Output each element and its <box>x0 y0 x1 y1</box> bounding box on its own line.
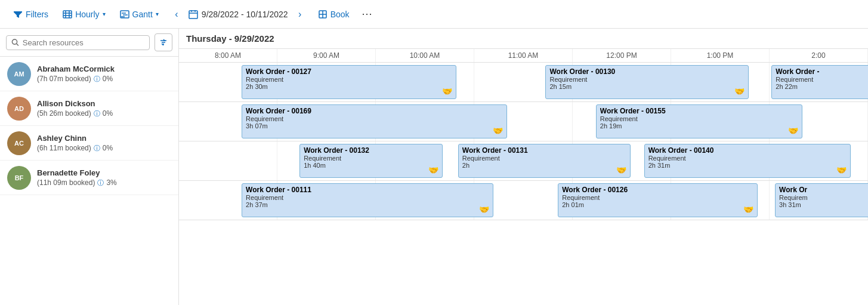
svg-rect-9 <box>189 11 197 19</box>
calendar-icon <box>189 10 198 19</box>
wo-sub-wo_cut2: Requirem <box>779 194 868 201</box>
right-panel: Thursday - 9/29/2022 8:00 AM9:00 AM10:00… <box>179 29 868 305</box>
wo-sub-wo130: Requirement <box>549 76 745 83</box>
wo-sub-wo126: Requirement <box>562 194 753 201</box>
schedule-row-bernadette: Work Order - 00111 Requirement 2h 37m 🤝 … <box>179 181 868 220</box>
wo-title-wo111: Work Order - 00111 <box>246 186 489 194</box>
next-button[interactable]: › <box>291 5 310 24</box>
wo-duration-wo132: 1h 40m <box>304 162 438 169</box>
book-button[interactable]: Book <box>312 7 356 22</box>
book-icon <box>318 10 328 19</box>
wo-sub-wo140: Requirement <box>648 155 847 162</box>
left-panel: AM Abraham McCormick (7h 07m booked) ⓘ 0… <box>0 29 179 305</box>
wo-title-wo130: Work Order - 00130 <box>549 67 745 76</box>
resource-item-allison[interactable]: AD Allison Dickson (5h 26m booked) ⓘ 0% <box>0 91 178 126</box>
wo-sub-wo_cut1: Requirement <box>776 76 868 83</box>
resource-name-allison: Allison Dickson <box>37 99 171 108</box>
wo-title-wo127: Work Order - 00127 <box>246 67 452 76</box>
work-order-wo132[interactable]: Work Order - 00132 Requirement 1h 40m 🤝 <box>299 144 443 178</box>
work-order-wo155[interactable]: Work Order - 00155 Requirement 2h 19m 🤝 <box>596 104 803 138</box>
handshake-icon-wo130: 🤝 <box>734 87 745 96</box>
info-icon: ⓘ <box>94 144 100 153</box>
wo-duration-wo_cut1: 2h 22m <box>776 83 868 90</box>
work-order-wo_cut1[interactable]: Work Order - Requirement 2h 22m 🤝 <box>771 65 868 99</box>
resource-meta-allison: (5h 26m booked) ⓘ 0% <box>37 109 171 118</box>
schedule-cells-bernadette: Work Order - 00111 Requirement 2h 37m 🤝 … <box>179 181 868 220</box>
book-label: Book <box>330 10 350 19</box>
gantt-label: Gantt <box>132 10 153 19</box>
gantt-chevron: ▾ <box>156 11 159 17</box>
hourly-icon <box>63 10 72 19</box>
schedule-cells-ashley: Work Order - 00132 Requirement 1h 40m 🤝 … <box>179 141 868 180</box>
work-order-wo_cut2[interactable]: Work Or Requirem 3h 31m 🤝 <box>775 183 868 217</box>
resource-item-abraham[interactable]: AM Abraham McCormick (7h 07m booked) ⓘ 0… <box>0 57 178 91</box>
handshake-icon-wo140: 🤝 <box>836 165 847 175</box>
info-icon: ⓘ <box>97 178 104 187</box>
wo-duration-wo131: 2h <box>462 162 626 169</box>
handshake-icon-wo132: 🤝 <box>428 165 438 175</box>
sort-icon <box>159 38 168 47</box>
handshake-icon-wo127: 🤝 <box>442 87 452 96</box>
wo-duration-wo111: 2h 37m <box>246 201 489 208</box>
search-input[interactable] <box>23 38 144 47</box>
info-icon: ⓘ <box>94 109 100 118</box>
work-order-wo111[interactable]: Work Order - 00111 Requirement 2h 37m 🤝 <box>242 183 493 217</box>
handshake-icon-wo111: 🤝 <box>479 205 489 214</box>
wo-sub-wo131: Requirement <box>462 155 626 162</box>
resource-item-bernadette[interactable]: BF Bernadette Foley (11h 09m booked) ⓘ 3… <box>0 161 178 195</box>
date-range-text: 9/28/2022 - 10/11/2022 <box>202 10 288 19</box>
prev-button[interactable]: ‹ <box>167 5 186 24</box>
work-order-wo131[interactable]: Work Order - 00131 Requirement 2h 🤝 <box>458 144 631 178</box>
sort-button[interactable] <box>155 33 172 51</box>
avatar-abraham: AM <box>7 62 31 86</box>
search-icon <box>11 38 19 47</box>
wo-title-wo169: Work Order - 00169 <box>246 107 503 115</box>
wo-duration-wo130: 2h 15m <box>549 83 745 90</box>
svg-rect-0 <box>63 11 72 18</box>
handshake-icon-wo155: 🤝 <box>788 126 798 135</box>
work-order-wo130[interactable]: Work Order - 00130 Requirement 2h 15m 🤝 <box>545 65 749 99</box>
handshake-icon-wo169: 🤝 <box>493 126 503 135</box>
filters-button[interactable]: Filters <box>7 7 54 22</box>
wo-sub-wo132: Requirement <box>304 155 438 162</box>
time-slot-1: 9:00 AM <box>277 49 376 62</box>
more-button[interactable]: ··· <box>358 5 377 24</box>
wo-title-wo131: Work Order - 00131 <box>462 146 626 155</box>
info-icon: ⓘ <box>94 75 100 84</box>
wo-title-wo155: Work Order - 00155 <box>600 107 799 115</box>
wo-sub-wo169: Requirement <box>246 115 503 122</box>
resource-meta-ashley: (6h 11m booked) ⓘ 0% <box>37 144 171 153</box>
wo-duration-wo169: 3h 07m <box>246 122 503 130</box>
schedule-row-abraham: Work Order - 00127 Requirement 2h 30m 🤝 … <box>179 63 868 102</box>
resource-meta-bernadette: (11h 09m booked) ⓘ 3% <box>37 178 171 187</box>
resource-name-bernadette: Bernadette Foley <box>37 168 171 177</box>
search-input-wrap[interactable] <box>6 35 150 50</box>
time-slot-3: 11:00 AM <box>474 49 573 62</box>
handshake-icon-wo126: 🤝 <box>743 205 753 214</box>
resource-info-abraham: Abraham McCormick (7h 07m booked) ⓘ 0% <box>37 64 171 84</box>
wo-sub-wo127: Requirement <box>246 76 452 83</box>
gantt-icon <box>120 10 129 19</box>
resource-name-abraham: Abraham McCormick <box>37 64 171 73</box>
work-order-wo169[interactable]: Work Order - 00169 Requirement 3h 07m 🤝 <box>242 104 507 138</box>
avatar-bernadette: BF <box>7 166 31 190</box>
resource-list: AM Abraham McCormick (7h 07m booked) ⓘ 0… <box>0 57 178 305</box>
resource-info-bernadette: Bernadette Foley (11h 09m booked) ⓘ 3% <box>37 168 171 187</box>
time-slot-0: 8:00 AM <box>179 49 277 62</box>
wo-duration-wo_cut2: 3h 31m <box>779 201 868 208</box>
work-order-wo140[interactable]: Work Order - 00140 Requirement 2h 31m 🤝 <box>644 144 851 178</box>
hourly-button[interactable]: Hourly ▾ <box>57 7 111 22</box>
work-order-wo127[interactable]: Work Order - 00127 Requirement 2h 30m 🤝 <box>242 65 456 99</box>
time-slot-5: 1:00 PM <box>671 49 770 62</box>
resource-item-ashley[interactable]: AC Ashley Chinn (6h 11m booked) ⓘ 0% <box>0 126 178 161</box>
wo-duration-wo126: 2h 01m <box>562 201 753 208</box>
wo-title-wo132: Work Order - 00132 <box>304 146 438 155</box>
search-bar <box>0 29 178 57</box>
gantt-button[interactable]: Gantt ▾ <box>114 7 165 22</box>
wo-title-wo_cut1: Work Order - <box>776 67 868 76</box>
work-order-wo126[interactable]: Work Order - 00126 Requirement 2h 01m 🤝 <box>558 183 758 217</box>
wo-duration-wo155: 2h 19m <box>600 122 799 130</box>
avatar-allison: AD <box>7 97 31 121</box>
wo-title-wo126: Work Order - 00126 <box>562 186 753 194</box>
filter-icon <box>13 10 23 19</box>
